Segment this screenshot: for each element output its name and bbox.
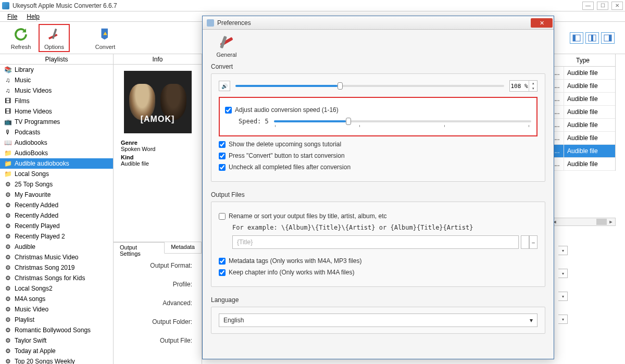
sidebar-item[interactable]: ⚙Today at Apple	[0, 346, 113, 356]
sidebar-item[interactable]: ⚙Recently Added	[0, 210, 113, 221]
sidebar-item[interactable]: 📚Library	[0, 65, 113, 75]
menu-help[interactable]: Help	[22, 12, 44, 21]
sidebar-item[interactable]: ⚙Taylor Swift	[0, 335, 113, 346]
type-row[interactable]: ...Audible file	[551, 80, 615, 93]
type-row[interactable]: ...Audible file	[551, 158, 615, 171]
type-row[interactable]: ...Audible file	[551, 93, 615, 106]
general-tab[interactable]: General	[211, 33, 242, 58]
minimize-button[interactable]: —	[582, 2, 594, 10]
sidebar-item[interactable]: ⚙Music Video	[0, 304, 113, 315]
gear-icon: ⚙	[4, 316, 11, 323]
sidebar-item-label: TV Programmes	[15, 118, 60, 125]
tab-output-settings[interactable]: Output Settings	[114, 242, 165, 254]
sidebar-item[interactable]: 📁AudioBooks	[0, 148, 113, 158]
dropdown-arrow-icon[interactable]: ▾	[558, 269, 568, 278]
refresh-icon	[12, 26, 29, 43]
sidebar-item[interactable]: ⚙Audible	[0, 242, 113, 252]
tab-metadata[interactable]: Metadata	[165, 242, 202, 253]
volume-value[interactable]	[510, 83, 529, 90]
sidebar-item[interactable]: ⚙M4A songs	[0, 294, 113, 304]
scroll-right-icon[interactable]: ►	[607, 218, 615, 225]
sidebar-item[interactable]: ⚙Local Songs2	[0, 283, 113, 294]
sidebar-item[interactable]: 📺TV Programmes	[0, 117, 113, 127]
maximize-button[interactable]: ☐	[597, 2, 608, 10]
sidebar-item[interactable]: ♫Music Videos	[0, 85, 113, 96]
dropdown-arrow-icon[interactable]: ▾	[558, 292, 568, 301]
volume-percent-input[interactable]: ▴▾	[509, 80, 538, 92]
menu-file[interactable]: File	[3, 12, 21, 21]
sidebar-item[interactable]: ⚙Playlist	[0, 315, 113, 325]
language-select[interactable]: English ▾	[219, 313, 538, 327]
sidebar-item[interactable]: ⚙Christmas Songs for Kids	[0, 273, 113, 283]
info-header: Info	[114, 54, 202, 65]
dropdown-arrow-icon[interactable]: ▾	[558, 246, 568, 255]
preferences-close-button[interactable]: ✕	[531, 18, 553, 28]
sidebar-item[interactable]: ⚙Recently Played 2	[0, 231, 113, 242]
sidebar-item[interactable]: 📖Audiobooks	[0, 137, 113, 148]
film-icon: 🎞	[4, 108, 11, 115]
music-icon: ♫	[4, 87, 11, 94]
scroll-thumb[interactable]	[596, 219, 607, 225]
spin-up-icon[interactable]: ▴	[529, 81, 537, 86]
type-value: Audible file	[564, 80, 615, 92]
sidebar-item[interactable]: 🎙Podcasts	[0, 127, 113, 137]
spin-down-icon[interactable]: ▾	[529, 86, 537, 91]
sidebar-item[interactable]: ♫Music	[0, 75, 113, 85]
rename-add-button[interactable]	[521, 235, 529, 249]
volume-icon[interactable]: 🔊	[219, 81, 230, 91]
sidebar-item[interactable]: ⚙Christmas Song 2019	[0, 262, 113, 273]
tv-icon: 📺	[4, 118, 11, 125]
speed-slider[interactable]	[274, 120, 531, 122]
press-convert-checkbox[interactable]	[219, 153, 226, 159]
volume-slider[interactable]	[235, 85, 504, 87]
titlebar: Ukeysoft Apple Music Converter 6.6.7 — ☐…	[0, 0, 625, 11]
metadata-tags-checkbox[interactable]	[219, 258, 226, 265]
refresh-button[interactable]: Refresh	[5, 24, 36, 52]
sidebar-item[interactable]: 🎞Home Videos	[0, 106, 113, 117]
type-value: Audible file	[564, 93, 615, 105]
keep-chapter-checkbox[interactable]	[219, 269, 226, 276]
dropdown-arrow-icon[interactable]: ▾	[558, 315, 568, 324]
sidebar-item-label: Audible	[15, 243, 35, 250]
adjust-speed-checkbox[interactable]	[225, 107, 232, 114]
show-delete-checkbox[interactable]	[219, 141, 226, 148]
view-mode-3[interactable]	[601, 32, 615, 44]
sidebar-item[interactable]: ⚙Christmas Music Video	[0, 252, 113, 262]
type-row[interactable]: ...Audible file	[551, 132, 615, 145]
type-header[interactable]: Type	[551, 54, 615, 67]
rename-checkbox[interactable]	[219, 213, 226, 220]
uncheck-completed-checkbox[interactable]	[219, 164, 226, 171]
type-row[interactable]: ...Audible file	[551, 145, 615, 158]
sidebar-item-label: Recently Added	[15, 202, 58, 209]
horizontal-scrollbar[interactable]: ◄ ►	[550, 218, 616, 226]
sidebar-item[interactable]: ⚙Recently Played	[0, 221, 113, 231]
gear-icon: ⚙	[4, 358, 11, 364]
type-row[interactable]: ...Audible file	[551, 67, 615, 80]
preferences-titlebar[interactable]: Preferences ✕	[203, 16, 554, 30]
close-button[interactable]: ✕	[611, 2, 623, 10]
options-button[interactable]: Options	[39, 24, 70, 52]
volume-slider-thumb[interactable]	[338, 82, 343, 90]
gear-icon: ⚙	[4, 337, 11, 344]
sidebar-item[interactable]: ⚙Top 20 Songs Weekly	[0, 356, 113, 364]
speed-slider-thumb[interactable]	[346, 118, 351, 125]
type-row[interactable]: ...Audible file	[551, 119, 615, 132]
sidebar-item[interactable]: ⚙Romantic Bollywood Songs	[0, 325, 113, 335]
app-icon	[2, 2, 9, 9]
rename-remove-button[interactable]: –	[529, 235, 538, 249]
sidebar-item[interactable]: ⚙25 Top Songs	[0, 179, 113, 190]
type-row[interactable]: ...Audible file	[551, 106, 615, 119]
sidebar-item-label: Podcasts	[15, 129, 40, 136]
convert-button[interactable]: Convert	[90, 24, 121, 52]
sidebar-item[interactable]: ⚙My Favourite	[0, 190, 113, 200]
svg-rect-1	[52, 28, 57, 39]
sidebar-item[interactable]: 📁Local Songs	[0, 169, 113, 179]
gear-icon: ⚙	[4, 347, 11, 355]
view-mode-1[interactable]	[570, 32, 583, 44]
sidebar-item[interactable]: 📁Audible audiobooks	[0, 158, 113, 169]
sidebar-item[interactable]: 🎞Films	[0, 96, 113, 106]
playlist-list[interactable]: 📚Library♫Music♫Music Videos🎞Films🎞Home V…	[0, 65, 113, 364]
rename-pattern-input[interactable]: {Title}	[232, 235, 519, 249]
sidebar-item[interactable]: ⚙Recently Added	[0, 200, 113, 210]
view-mode-2[interactable]	[585, 32, 599, 44]
